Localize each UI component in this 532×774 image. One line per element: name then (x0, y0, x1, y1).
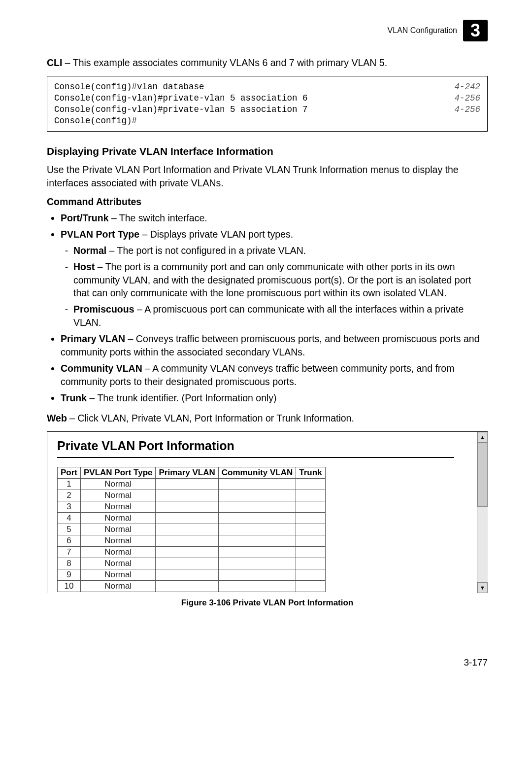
attr-label: Primary VLAN (61, 333, 125, 344)
table-cell (218, 581, 296, 592)
console-line: Console(config-vlan)#private-vlan 5 asso… (54, 104, 480, 115)
chapter-number: 3 (470, 20, 480, 41)
table-cell: 7 (58, 547, 81, 558)
table-cell: 9 (58, 569, 81, 581)
attr-text: – Displays private VLAN port types. (139, 229, 293, 240)
attr-label: Community VLAN (61, 363, 142, 374)
console-line: Console(config)# (54, 115, 480, 127)
scroll-up-button[interactable]: ▲ (477, 432, 488, 443)
page-number: 3-177 (47, 657, 488, 668)
console-ref: 4-256 (454, 93, 480, 104)
attr-label: Promiscuous (73, 304, 134, 315)
table-cell (156, 513, 218, 524)
table-row: 5Normal (58, 524, 326, 535)
chevron-down-icon: ▼ (480, 585, 485, 591)
table-row: 9Normal (58, 569, 326, 581)
table-cell: Normal (81, 535, 156, 547)
attr-label: Port/Trunk (61, 212, 109, 223)
attr-label: Host (73, 261, 95, 272)
table-cell (218, 501, 296, 513)
console-block: Console(config)#vlan database 4-242 Cons… (47, 76, 488, 132)
web-text: – Click VLAN, Private VLAN, Port Informa… (67, 413, 354, 423)
attr-label: PVLAN Port Type (61, 229, 139, 240)
table-cell (156, 479, 218, 490)
table-cell: Normal (81, 479, 156, 490)
table-cell (296, 479, 325, 490)
table-header-row: Port PVLAN Port Type Primary VLAN Commun… (58, 467, 326, 479)
list-item: Community VLAN – A community VLAN convey… (61, 362, 488, 388)
table-cell (156, 524, 218, 535)
console-cmd: Console(config)# (54, 115, 137, 127)
table-cell (156, 581, 218, 592)
web-label: Web (47, 413, 67, 423)
table-cell (156, 490, 218, 501)
list-item: PVLAN Port Type – Displays private VLAN … (61, 228, 488, 329)
console-line: Console(config)#vlan database 4-242 (54, 81, 480, 93)
col-pvlan-type: PVLAN Port Type (81, 467, 156, 479)
console-ref: 4-242 (454, 81, 480, 93)
table-cell (296, 490, 325, 501)
table-cell (218, 535, 296, 547)
scroll-down-button[interactable]: ▼ (477, 582, 488, 593)
chapter-badge: 3 (463, 20, 488, 41)
attr-label: Trunk (61, 392, 87, 403)
table-row: 10Normal (58, 581, 326, 592)
cli-intro-text: – This example associates community VLAN… (62, 57, 387, 68)
table-cell: 10 (58, 581, 81, 592)
embedded-screenshot: Private VLAN Port Information Port PVLAN… (47, 431, 488, 593)
table-row: 1Normal (58, 479, 326, 490)
console-cmd: Console(config)#vlan database (54, 81, 204, 93)
table-cell (218, 569, 296, 581)
list-item: Host – The port is a community port and … (73, 260, 488, 300)
table-row: 6Normal (58, 535, 326, 547)
header-section-title: VLAN Configuration (388, 26, 457, 35)
list-item: Port/Trunk – The switch interface. (61, 211, 488, 225)
table-row: 8Normal (58, 558, 326, 569)
console-line: Console(config-vlan)#private-vlan 5 asso… (54, 93, 480, 104)
sub-list: Normal – The port is not configured in a… (61, 244, 488, 329)
section-paragraph: Use the Private VLAN Port Information an… (47, 163, 488, 189)
table-cell: 4 (58, 513, 81, 524)
cli-intro-paragraph: CLI – This example associates community … (47, 56, 488, 69)
list-item: Primary VLAN – Conveys traffic between p… (61, 332, 488, 359)
table-cell (218, 479, 296, 490)
table-cell (296, 558, 325, 569)
attr-text: – The switch interface. (109, 212, 207, 223)
table-cell (218, 513, 296, 524)
attr-text: – The port is not configured in a privat… (106, 245, 306, 256)
console-ref: 4-256 (454, 104, 480, 115)
figure-caption: Figure 3-106 Private VLAN Port Informati… (47, 598, 488, 608)
list-item: Trunk – The trunk identifier. (Port Info… (61, 391, 488, 405)
table-row: 4Normal (58, 513, 326, 524)
vertical-scrollbar[interactable]: ▲ ▼ (477, 432, 488, 593)
table-cell (296, 513, 325, 524)
table-cell: Normal (81, 569, 156, 581)
attributes-list: Port/Trunk – The switch interface. PVLAN… (47, 211, 488, 405)
scroll-track[interactable] (477, 443, 488, 582)
table-cell: 1 (58, 479, 81, 490)
table-cell (296, 569, 325, 581)
table-cell (156, 535, 218, 547)
table-cell: 2 (58, 490, 81, 501)
col-trunk: Trunk (296, 467, 325, 479)
cli-label: CLI (47, 57, 62, 68)
screenshot-title: Private VLAN Port Information (57, 439, 471, 453)
col-community-vlan: Community VLAN (218, 467, 296, 479)
table-cell (296, 535, 325, 547)
section-heading: Displaying Private VLAN Interface Inform… (47, 145, 488, 157)
screenshot-content: Private VLAN Port Information Port PVLAN… (47, 432, 477, 593)
table-row: 2Normal (58, 490, 326, 501)
scroll-thumb[interactable] (477, 443, 488, 507)
pvlan-table: Port PVLAN Port Type Primary VLAN Commun… (57, 467, 326, 592)
table-cell: 3 (58, 501, 81, 513)
console-cmd: Console(config-vlan)#private-vlan 5 asso… (54, 93, 308, 104)
table-cell (156, 547, 218, 558)
table-cell (218, 547, 296, 558)
table-cell (156, 558, 218, 569)
table-cell (156, 501, 218, 513)
table-cell (296, 581, 325, 592)
attr-label: Normal (73, 245, 106, 256)
list-item: Promiscuous – A promiscuous port can com… (73, 303, 488, 329)
console-cmd: Console(config-vlan)#private-vlan 5 asso… (54, 104, 308, 115)
table-cell (296, 547, 325, 558)
